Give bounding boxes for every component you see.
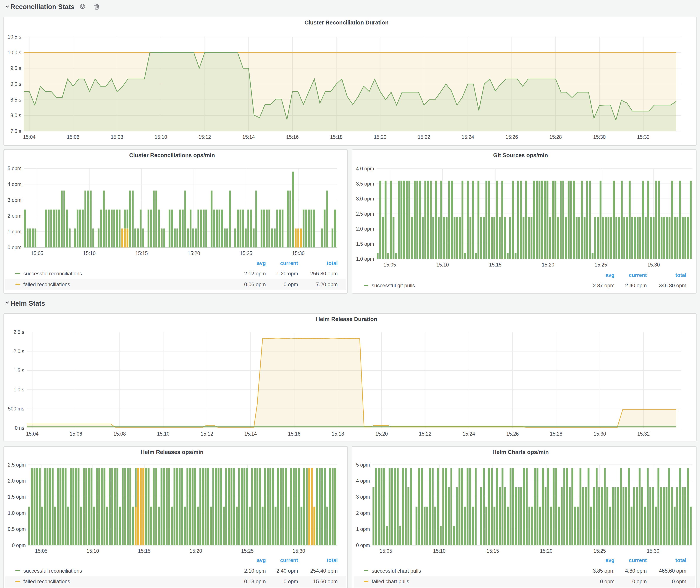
svg-text:avg: avg <box>257 557 266 563</box>
svg-text:15:28: 15:28 <box>549 134 562 140</box>
svg-text:10.5 s: 10.5 s <box>8 34 21 40</box>
svg-text:15:04: 15:04 <box>26 431 39 437</box>
svg-text:15:25: 15:25 <box>240 250 252 256</box>
svg-text:15:30: 15:30 <box>647 548 660 554</box>
svg-text:2.5 s: 2.5 s <box>13 329 24 335</box>
svg-text:1.5 opm: 1.5 opm <box>356 241 374 247</box>
svg-text:current: current <box>280 557 298 563</box>
svg-text:15:18: 15:18 <box>332 431 344 437</box>
svg-text:15:10: 15:10 <box>433 548 446 554</box>
svg-text:2.0 s: 2.0 s <box>13 349 24 354</box>
svg-text:15:25: 15:25 <box>241 548 254 554</box>
svg-text:15:10: 15:10 <box>83 250 96 256</box>
svg-text:15:20: 15:20 <box>188 250 200 256</box>
svg-text:15:14: 15:14 <box>244 431 257 437</box>
svg-text:0.13 opm: 0.13 opm <box>244 578 266 584</box>
svg-text:15:20: 15:20 <box>190 548 202 554</box>
svg-text:15:16: 15:16 <box>288 431 301 437</box>
svg-text:256.80 opm: 256.80 opm <box>310 271 338 276</box>
svg-text:15:15: 15:15 <box>489 262 502 268</box>
svg-text:15:14: 15:14 <box>242 134 255 140</box>
svg-text:15:05: 15:05 <box>384 262 396 268</box>
svg-text:2.12 opm: 2.12 opm <box>244 271 266 276</box>
svg-text:Helm Charts ops/min: Helm Charts ops/min <box>492 449 549 455</box>
svg-text:2.5 opm: 2.5 opm <box>356 211 374 217</box>
svg-text:15:15: 15:15 <box>487 548 499 554</box>
svg-text:0 opm: 0 opm <box>284 281 298 287</box>
svg-text:0 opm: 0 opm <box>672 578 686 584</box>
svg-text:15:26: 15:26 <box>506 431 519 437</box>
svg-text:0 opm: 0 opm <box>8 245 21 250</box>
svg-text:346.80 opm: 346.80 opm <box>659 283 686 288</box>
svg-text:total: total <box>675 272 686 278</box>
svg-text:2.10 opm: 2.10 opm <box>244 568 266 574</box>
svg-text:15:30: 15:30 <box>292 250 305 256</box>
svg-text:8.0 s: 8.0 s <box>10 113 21 118</box>
svg-text:current: current <box>629 557 647 563</box>
svg-text:15:24: 15:24 <box>463 431 475 437</box>
svg-text:Cluster Reconciliations ops/mi: Cluster Reconciliations ops/min <box>129 152 215 158</box>
svg-text:Git Sources ops/min: Git Sources ops/min <box>493 152 548 158</box>
svg-text:0.06 opm: 0.06 opm <box>244 281 266 287</box>
svg-text:1.5 s: 1.5 s <box>13 368 24 373</box>
svg-text:15:22: 15:22 <box>418 134 430 140</box>
svg-text:10.0 s: 10.0 s <box>8 50 21 55</box>
svg-text:15:15: 15:15 <box>135 250 148 256</box>
svg-text:4.80 opm: 4.80 opm <box>625 568 647 574</box>
svg-text:0.5 opm: 0.5 opm <box>8 526 26 532</box>
svg-text:failed chart pulls: failed chart pulls <box>372 578 409 584</box>
svg-text:4 opm: 4 opm <box>356 478 370 484</box>
svg-text:3.5 opm: 3.5 opm <box>356 181 374 187</box>
svg-text:1 opm: 1 opm <box>356 526 370 532</box>
svg-text:Helm Release Duration: Helm Release Duration <box>316 316 377 322</box>
svg-text:avg: avg <box>257 260 266 266</box>
svg-text:2.87 opm: 2.87 opm <box>593 283 615 288</box>
svg-text:0 opm: 0 opm <box>600 578 615 584</box>
svg-text:total: total <box>675 557 686 563</box>
svg-text:15:20: 15:20 <box>540 548 553 554</box>
svg-text:7.5 s: 7.5 s <box>10 128 21 134</box>
svg-text:254.40 opm: 254.40 opm <box>310 568 338 574</box>
svg-text:failed reconciliations: failed reconciliations <box>23 578 70 584</box>
svg-text:15:05: 15:05 <box>31 250 44 256</box>
svg-text:9.0 s: 9.0 s <box>10 81 21 87</box>
svg-text:15:28: 15:28 <box>550 431 563 437</box>
svg-text:successful reconciliations: successful reconciliations <box>23 271 82 276</box>
svg-text:1 opm: 1 opm <box>8 229 21 234</box>
svg-text:3 opm: 3 opm <box>8 197 21 203</box>
svg-text:15:22: 15:22 <box>419 431 432 437</box>
svg-text:total: total <box>327 260 338 266</box>
svg-text:15:06: 15:06 <box>70 431 82 437</box>
svg-text:4.0 opm: 4.0 opm <box>356 166 374 171</box>
svg-text:15:10: 15:10 <box>87 548 99 554</box>
svg-text:0 opm: 0 opm <box>284 578 298 584</box>
svg-text:current: current <box>280 260 298 266</box>
svg-text:2.40 opm: 2.40 opm <box>625 283 647 288</box>
svg-text:failed reconciliations: failed reconciliations <box>23 281 70 287</box>
svg-text:3 opm: 3 opm <box>356 494 370 500</box>
svg-text:0 opm: 0 opm <box>12 543 26 548</box>
svg-text:15:10: 15:10 <box>157 431 170 437</box>
svg-text:1.0 opm: 1.0 opm <box>8 510 26 516</box>
svg-text:5 opm: 5 opm <box>356 462 370 468</box>
svg-text:15:16: 15:16 <box>286 134 299 140</box>
svg-text:15:10: 15:10 <box>155 134 167 140</box>
svg-text:15:12: 15:12 <box>201 431 213 437</box>
svg-text:1.20 opm: 1.20 opm <box>276 271 298 276</box>
svg-text:15:06: 15:06 <box>67 134 79 140</box>
svg-text:15:20: 15:20 <box>375 431 388 437</box>
svg-text:0 opm: 0 opm <box>632 578 647 584</box>
svg-text:15:26: 15:26 <box>505 134 518 140</box>
svg-text:15:32: 15:32 <box>637 134 650 140</box>
svg-text:15:20: 15:20 <box>542 262 554 268</box>
svg-text:2 opm: 2 opm <box>356 510 370 516</box>
svg-text:current: current <box>629 272 647 278</box>
svg-text:15.60 opm: 15.60 opm <box>313 578 338 584</box>
svg-text:15:20: 15:20 <box>374 134 387 140</box>
svg-text:2.40 opm: 2.40 opm <box>276 568 298 574</box>
svg-text:successful reconciliations: successful reconciliations <box>23 568 82 574</box>
svg-text:15:10: 15:10 <box>436 262 449 268</box>
svg-text:15:05: 15:05 <box>380 548 392 554</box>
svg-text:5 opm: 5 opm <box>8 166 21 171</box>
svg-text:Helm Releases ops/min: Helm Releases ops/min <box>141 449 203 455</box>
